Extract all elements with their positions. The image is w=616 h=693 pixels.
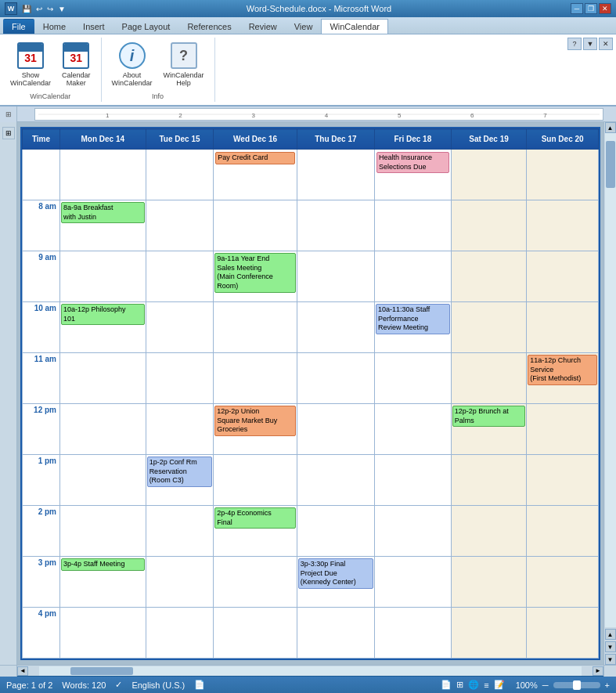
- expand-btn[interactable]: ⊞: [2, 127, 15, 139]
- h-scroll-track[interactable]: [39, 666, 582, 676]
- view-draft-btn[interactable]: 📝: [494, 680, 505, 690]
- svg-text:4: 4: [325, 112, 329, 119]
- h-scroll-left-btn[interactable]: ◄: [17, 666, 28, 676]
- year-end-sales-event[interactable]: 9a-11a Year EndSales Meeting(Main Confer…: [214, 253, 296, 293]
- conf-rm-reservation-event[interactable]: 1p-2p Conf RmReservation(Room C3): [147, 457, 213, 487]
- allday-row: Pay Credit Card Health InsuranceSelectio…: [23, 150, 599, 200]
- wincalendar-help-button[interactable]: ? WinCalendarHelp: [160, 39, 208, 89]
- tue-2pm-cell: [146, 506, 214, 557]
- scroll-extra-btns: ▲ ▼: [605, 629, 616, 652]
- row-3pm: 3 pm 3p-4p Staff Meeting 3p-3:30p FinalP…: [23, 557, 599, 608]
- zoom-slider[interactable]: [553, 682, 600, 688]
- fri-header: Fri Dec 18: [374, 129, 451, 150]
- tue-4pm-cell: [146, 608, 214, 659]
- show-wincalendar-label: ShowWinCalendar: [10, 71, 51, 87]
- staff-meeting-event[interactable]: 3p-4p Staff Meeting: [61, 558, 145, 571]
- save-btn[interactable]: 💾: [20, 5, 33, 13]
- close-btn[interactable]: ✕: [599, 3, 611, 14]
- mon-4pm-cell: [60, 608, 146, 659]
- tab-page-layout[interactable]: Page Layout: [113, 19, 179, 34]
- tue-1pm-cell: 1p-2p Conf RmReservation(Room C3): [146, 455, 214, 506]
- view-full-screen-btn[interactable]: ⊞: [456, 680, 463, 690]
- page-indicator: Page: 1 of 2: [6, 680, 52, 690]
- row-10am: 10 am 10a-12p Philosophy101 10a-11:30a S…: [23, 302, 599, 353]
- time-8am: 8 am: [23, 200, 60, 251]
- philosophy-101-event[interactable]: 10a-12p Philosophy101: [61, 304, 145, 325]
- wed-9am-cell: 9a-11a Year EndSales Meeting(Main Confer…: [214, 251, 297, 302]
- sat-1pm-cell: [451, 455, 527, 506]
- calendar-maker-label: CalendarMaker: [62, 71, 91, 87]
- zoom-level: 100%: [516, 680, 538, 690]
- ribbon-help-btn[interactable]: ?: [567, 38, 582, 50]
- tab-home[interactable]: Home: [34, 19, 74, 34]
- thu-11am-cell: [297, 353, 374, 404]
- tab-references[interactable]: References: [178, 19, 240, 34]
- scroll-thumb[interactable]: [606, 141, 615, 188]
- ribbon-minimize-btn[interactable]: ▼: [583, 38, 597, 50]
- fri-9am-cell: [374, 251, 451, 302]
- show-wincalendar-button[interactable]: 31 ShowWinCalendar: [6, 39, 55, 89]
- tue-3pm-cell: [146, 557, 214, 608]
- undo-btn[interactable]: ↩: [34, 5, 44, 13]
- thu-12pm-cell: [297, 404, 374, 455]
- restore-btn[interactable]: ❐: [585, 3, 597, 14]
- status-left: Page: 1 of 2 Words: 120 ✓ English (U.S.)…: [6, 680, 205, 690]
- sun-11am-cell: 11a-12p ChurchService(First Methodist): [527, 353, 599, 404]
- ruler-area: ⊞ 1 2 3 4 5 6 7: [0, 106, 616, 122]
- title-bar: W 💾 ↩ ↪ ▼ Word-Schedule.docx - Microsoft…: [0, 0, 616, 17]
- breakfast-justin-event[interactable]: 8a-9a Breakfastwith Justin: [61, 202, 145, 223]
- thu-10am-cell: [297, 302, 374, 353]
- zoom-in-btn[interactable]: +: [605, 680, 610, 690]
- redo-btn[interactable]: ↪: [45, 5, 55, 13]
- pay-credit-card-event[interactable]: Pay Credit Card: [215, 152, 295, 164]
- ribbon-close-btn[interactable]: ✕: [599, 38, 613, 50]
- health-insurance-event[interactable]: Health InsuranceSelections Due: [376, 152, 449, 173]
- sat-4pm-cell: [451, 608, 527, 659]
- ruler-corner: ⊞: [0, 106, 17, 122]
- fri-4pm-cell: [374, 608, 451, 659]
- brunch-palms-event[interactable]: 12p-2p Brunch atPalms: [452, 406, 526, 427]
- tab-file[interactable]: File: [3, 19, 34, 34]
- ribbon-group-wincalendar-label: WinCalendar: [30, 92, 70, 100]
- about-wincalendar-button[interactable]: i AboutWinCalendar: [108, 39, 157, 89]
- h-scroll-thumb[interactable]: [70, 667, 133, 675]
- thu-2pm-cell: [297, 506, 374, 557]
- tue-9am-cell: [146, 251, 214, 302]
- scroll-next-page-btn[interactable]: ▼: [605, 641, 616, 652]
- tab-review[interactable]: Review: [240, 19, 286, 34]
- staff-performance-event[interactable]: 10a-11:30a StaffPerformanceReview Meetin…: [376, 304, 450, 334]
- thu-8am-cell: [297, 200, 374, 251]
- view-outline-btn[interactable]: ≡: [484, 680, 488, 690]
- horizontal-scrollbar: ◄ ►: [0, 665, 616, 676]
- scroll-down-btn[interactable]: ▼: [605, 654, 616, 665]
- church-service-event[interactable]: 11a-12p ChurchService(First Methodist): [528, 355, 597, 385]
- time-4pm: 4 pm: [23, 608, 60, 659]
- time-12pm: 12 pm: [23, 404, 60, 455]
- calendar-maker-button[interactable]: 31 CalendarMaker: [58, 39, 95, 89]
- final-project-due-event[interactable]: 3p-3:30p FinalProject Due(Kennedy Center…: [298, 558, 373, 589]
- sat-3pm-cell: [451, 557, 527, 608]
- window-title: Word-Schedule.docx - Microsoft Word: [67, 4, 571, 13]
- show-wincalendar-icon: 31: [16, 42, 45, 70]
- tab-wincalendar[interactable]: WinCalendar: [321, 19, 388, 34]
- scroll-prev-page-btn[interactable]: ▲: [605, 629, 616, 640]
- sun-4pm-cell: [527, 608, 599, 659]
- tab-insert[interactable]: Insert: [74, 19, 113, 34]
- minimize-btn[interactable]: ─: [571, 3, 583, 14]
- economics-final-event[interactable]: 2p-4p EconomicsFinal: [214, 507, 296, 529]
- view-normal-btn[interactable]: 📄: [441, 680, 452, 690]
- h-scroll-right-btn[interactable]: ►: [593, 666, 603, 676]
- scroll-track[interactable]: [605, 133, 616, 627]
- calendar: Time Mon Dec 14 Tue Dec 15 Wed Dec 16 Th…: [20, 127, 600, 660]
- wincalendar-help-icon: ?: [170, 42, 198, 70]
- zoom-out-btn[interactable]: ─: [542, 680, 549, 690]
- mon-3pm-cell: 3p-4p Staff Meeting: [60, 557, 146, 608]
- tab-view[interactable]: View: [286, 19, 322, 34]
- zoom-slider-thumb[interactable]: [573, 680, 581, 690]
- sun-header: Sun Dec 20: [527, 129, 599, 150]
- row-12pm: 12 pm 12p-2p UnionSquare Market BuyGroce…: [23, 404, 599, 455]
- customize-quick-access-btn[interactable]: ▼: [56, 5, 67, 13]
- scroll-up-btn[interactable]: ▲: [605, 122, 616, 133]
- union-square-market-event[interactable]: 12p-2p UnionSquare Market BuyGroceries: [214, 406, 296, 436]
- view-web-btn[interactable]: 🌐: [468, 680, 479, 690]
